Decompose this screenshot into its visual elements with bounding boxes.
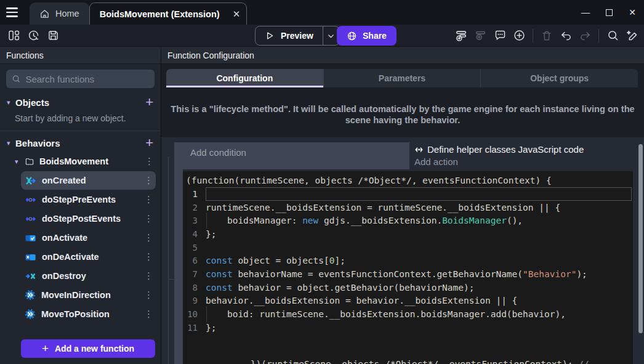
- add-object-button[interactable]: +: [145, 95, 153, 109]
- comment-icon: [494, 29, 507, 42]
- kebab-menu-icon[interactable]: ⋮: [144, 270, 151, 281]
- kebab-menu-icon[interactable]: ⋮: [144, 309, 151, 320]
- code-line-3[interactable]: 3 boidsManager: new gdjs.__boidsExtensio…: [183, 214, 633, 227]
- edit-settings-button[interactable]: [623, 27, 640, 44]
- save-button[interactable]: [44, 27, 62, 44]
- kebab-menu-icon[interactable]: ⋮: [144, 232, 151, 243]
- code-line-1[interactable]: 1: [183, 187, 633, 201]
- kebab-menu-icon[interactable]: ⋮: [144, 289, 151, 301]
- code-line-8[interactable]: 8const behavior = object.getBehavior(beh…: [183, 281, 633, 294]
- functions-sidebar: Functions ▾ Objects + Start by adding a …: [0, 47, 161, 364]
- delete-button[interactable]: [538, 27, 555, 44]
- code-line-6[interactable]: 6const object = objects[0];: [183, 254, 633, 267]
- function-list: onCreated⋮doStepPreEvents⋮doStepPostEven…: [0, 171, 161, 324]
- collapse-arrow-icon[interactable]: ▾: [7, 99, 15, 107]
- add-behavior-button[interactable]: +: [145, 136, 153, 150]
- tab-boidsmovement[interactable]: BoidsMovement (Extension) ✕: [89, 2, 248, 25]
- collapse-arrow-icon[interactable]: ▾: [7, 139, 15, 147]
- function-item-ondeactivate[interactable]: onDeActivate⋮: [21, 248, 156, 266]
- code-line-9[interactable]: 9behavior.__boidsExtension = behavior.__…: [183, 294, 633, 308]
- code-line-2[interactable]: 2runtimeScene.__boidsExtension = runtime…: [183, 201, 633, 214]
- line-content: [206, 241, 633, 254]
- event-action-column: Define helper classes JavaScript code Ad…: [409, 142, 633, 171]
- add-comment-button[interactable]: [491, 27, 509, 44]
- function-item-onactivate[interactable]: onActivate⋮: [21, 229, 156, 247]
- choose-event-button[interactable]: [510, 27, 528, 44]
- kebab-menu-icon[interactable]: ⋮: [144, 194, 151, 205]
- tab-object-groups[interactable]: Object groups: [480, 69, 638, 87]
- history-button[interactable]: [25, 27, 42, 44]
- minimize-button[interactable]: —: [574, 0, 597, 25]
- line-number: 10: [183, 309, 206, 319]
- line-content: [206, 187, 632, 201]
- event-drag-handle[interactable]: [174, 142, 183, 364]
- function-item-movetoposition[interactable]: MoveToPosition⋮: [21, 305, 156, 323]
- line-content: const behaviorName = eventsFunctionConte…: [206, 267, 633, 281]
- kebab-menu-icon[interactable]: ⋮: [145, 156, 152, 167]
- add-condition-button[interactable]: Add condition: [174, 142, 409, 169]
- maximize-icon: [606, 9, 613, 16]
- code-line-5[interactable]: 5: [183, 241, 633, 254]
- search-functions-input[interactable]: [25, 74, 149, 84]
- objects-section-header[interactable]: ▾ Objects +: [0, 93, 161, 111]
- section-divider: [0, 131, 161, 131]
- kebab-menu-icon[interactable]: ⋮: [144, 251, 151, 262]
- project-manager-button[interactable]: [5, 27, 22, 44]
- add-event-button[interactable]: [453, 27, 470, 44]
- line-content: runtimeScene.__boidsExtension = runtimeS…: [206, 201, 633, 214]
- search-icon: [606, 29, 619, 42]
- add-action-button[interactable]: Add action: [414, 156, 633, 167]
- home-icon: [39, 9, 50, 19]
- vertical-scrollbar-thumb[interactable]: [638, 144, 643, 333]
- search-icon: [12, 74, 20, 84]
- main-menu-icon[interactable]: [0, 0, 23, 25]
- code-line-10[interactable]: 10 boid: runtimeScene.__boidsExtension.b…: [183, 307, 633, 321]
- share-button[interactable]: Share: [337, 26, 396, 46]
- function-item-label: doStepPreEvents: [42, 195, 144, 204]
- collapse-arrow-icon[interactable]: ▾: [15, 158, 25, 166]
- maximize-button[interactable]: [597, 0, 621, 25]
- function-item-moveindirection[interactable]: MoveInDirection⋮: [21, 286, 156, 304]
- code-line-4[interactable]: 4};: [183, 227, 633, 241]
- kebab-menu-icon[interactable]: ⋮: [144, 175, 151, 186]
- function-item-dosteppreevents[interactable]: doStepPreEvents⋮: [21, 190, 156, 209]
- code-line-11[interactable]: 11};: [183, 321, 633, 334]
- js-code-event[interactable]: Add condition Define helper classes Java…: [174, 142, 633, 364]
- add-function-button[interactable]: + Add a new function: [21, 339, 155, 358]
- toolbar-right-group: [453, 27, 644, 44]
- function-item-label: onDeActivate: [42, 252, 144, 262]
- tab-home-label: Home: [55, 9, 79, 18]
- js-code-editor[interactable]: (function(runtimeScene, objects /*Object…: [183, 171, 633, 364]
- search-functions-box[interactable]: [6, 70, 155, 88]
- close-window-button[interactable]: ✕: [621, 0, 644, 25]
- search-events-button[interactable]: [604, 27, 621, 44]
- sidebar-header: Functions: [0, 47, 161, 64]
- tab-parameters[interactable]: Parameters: [323, 69, 481, 87]
- toolbar-divider: [598, 29, 599, 42]
- gear-icon: [25, 290, 35, 300]
- js-event-title-label: Define helper classes JavaScript code: [427, 144, 584, 155]
- js-event-title[interactable]: Define helper classes JavaScript code: [414, 144, 633, 155]
- code-line-7[interactable]: 7const behaviorName = eventsFunctionCont…: [183, 267, 633, 281]
- close-tab-icon[interactable]: ✕: [233, 9, 241, 20]
- behavior-group-boidsmovement[interactable]: ▾ BoidsMovement ⋮: [0, 152, 161, 171]
- preview-label: Preview: [281, 31, 313, 41]
- kebab-menu-icon[interactable]: ⋮: [144, 213, 151, 224]
- add-subevent-button[interactable]: [472, 27, 489, 44]
- undo-button[interactable]: [557, 27, 574, 44]
- function-item-dosteppostevents[interactable]: doStepPostEvents⋮: [21, 209, 156, 228]
- behaviors-section-header[interactable]: ▾ Behaviors +: [0, 134, 161, 152]
- line-number: 2: [183, 203, 206, 212]
- toolbar-divider: [533, 29, 533, 42]
- tab-home[interactable]: Home: [30, 2, 89, 25]
- trash-icon: [541, 30, 553, 42]
- event-header: Add condition Define helper classes Java…: [174, 142, 633, 171]
- function-item-ondestroy[interactable]: onDestroy⋮: [21, 267, 156, 285]
- redo-button[interactable]: [576, 27, 594, 44]
- function-item-label: MoveInDirection: [41, 290, 144, 300]
- tab-boidsmovement-label: BoidsMovement (Extension): [100, 9, 220, 19]
- preview-button[interactable]: Preview: [256, 26, 323, 45]
- tab-configuration[interactable]: Configuration: [166, 69, 323, 87]
- function-item-oncreated[interactable]: onCreated⋮: [21, 171, 156, 190]
- line-number: 9: [183, 296, 206, 305]
